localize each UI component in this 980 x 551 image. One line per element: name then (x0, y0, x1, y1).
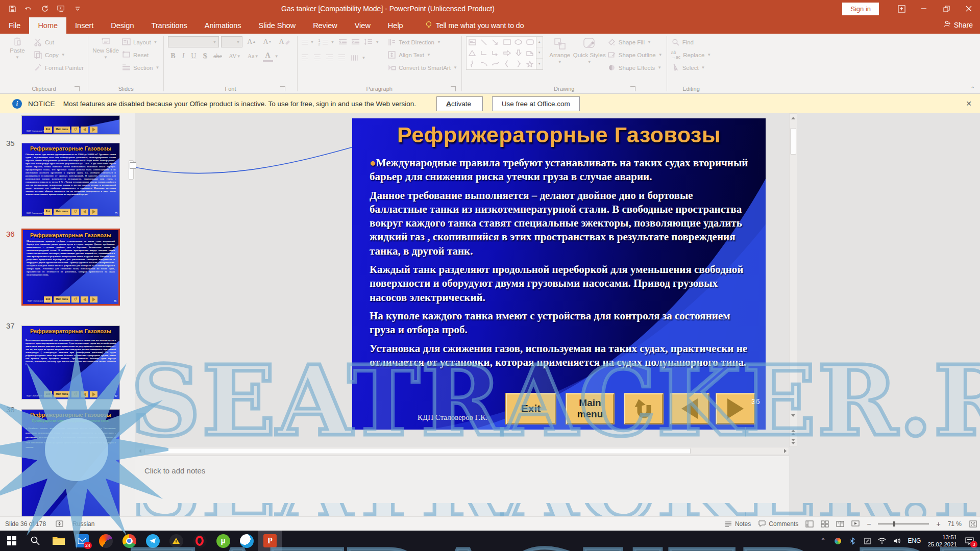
next-slide-button[interactable] (791, 439, 795, 444)
format-painter-button[interactable]: Format Painter (34, 62, 84, 73)
shape-fill-button[interactable]: Shape Fill▼ (607, 36, 663, 48)
numbering-button[interactable]: 12▼ (318, 36, 335, 48)
underline-button[interactable]: U (188, 51, 199, 62)
layout-button[interactable]: Layout▼ (122, 36, 159, 48)
cut-button[interactable]: Cut (34, 36, 84, 48)
color-app-tray-icon[interactable] (834, 537, 842, 545)
shapes-gallery-scrollbar[interactable]: ▲▼▼ (536, 36, 543, 70)
tab-design[interactable]: Design (102, 17, 142, 34)
tab-review[interactable]: Review (304, 17, 346, 34)
notes-placeholder[interactable]: Click to add notes (144, 466, 205, 475)
slide-previous-button[interactable] (670, 393, 709, 424)
messenger-app-icon[interactable] (235, 531, 258, 551)
font-dialog-launcher[interactable] (280, 86, 285, 91)
shape-elbow-arrow-icon[interactable] (492, 50, 499, 56)
increase-font-size-button[interactable]: A▲ (244, 36, 258, 47)
file-explorer-icon[interactable] (47, 531, 70, 551)
ribbon-display-options-icon[interactable] (890, 0, 913, 17)
slide-show-view-icon[interactable] (851, 520, 860, 528)
normal-view-icon[interactable] (805, 520, 814, 528)
vertical-scrollbar-thumb[interactable] (790, 128, 796, 155)
tab-insert[interactable]: Insert (66, 17, 102, 34)
slide-next-button[interactable] (716, 393, 755, 424)
opera-browser-icon[interactable] (188, 531, 211, 551)
strikethrough-button[interactable]: abc (211, 51, 225, 62)
clear-formatting-button[interactable]: A (276, 36, 292, 47)
increase-indent-button[interactable] (351, 36, 360, 48)
new-slide-button[interactable]: New Slide▼ (92, 36, 119, 83)
start-button[interactable] (0, 531, 23, 551)
align-text-button[interactable]: Align Text▼ (387, 49, 457, 61)
tab-slide-show[interactable]: Slide Show (250, 17, 305, 34)
collapse-ribbon-icon[interactable]: ⌃ (971, 86, 975, 91)
arrange-button[interactable]: Arrange▼ (546, 36, 574, 83)
character-spacing-button[interactable]: AV▼ (226, 51, 243, 62)
pen-tray-icon[interactable] (863, 537, 871, 545)
zoom-out-icon[interactable]: − (867, 520, 871, 528)
notes-pane[interactable]: Click to add notes (135, 456, 789, 516)
bluetooth-icon[interactable] (848, 537, 856, 545)
curve-shape[interactable] (128, 138, 357, 189)
font-size-combobox[interactable]: ▼ (221, 36, 242, 47)
accessibility-checker-icon[interactable] (55, 520, 63, 528)
thumbnail-slide-36-selected[interactable]: Рефрижераторные Газовозы Международные п… (21, 229, 120, 306)
volume-icon[interactable] (893, 537, 901, 545)
justify-button[interactable] (338, 55, 345, 62)
shapes-gallery[interactable] (466, 36, 536, 70)
shape-right-arrow-icon[interactable] (503, 50, 511, 56)
zoom-level[interactable]: 71 % (948, 520, 962, 528)
share-button[interactable]: Share (944, 20, 973, 29)
minimize-button[interactable] (913, 0, 935, 17)
font-color-button[interactable]: A (263, 51, 273, 62)
zoom-in-icon[interactable]: + (936, 520, 940, 528)
language-tray-indicator[interactable]: ENG (908, 537, 921, 544)
undo-icon[interactable] (24, 5, 33, 13)
decrease-font-size-button[interactable]: A▼ (260, 36, 274, 47)
paste-button[interactable]: Paste▼ (4, 36, 31, 83)
tell-me-box[interactable]: Tell me what you want to do (425, 17, 524, 34)
shape-selection-handle[interactable] (130, 162, 136, 169)
thumbnail-slide-37[interactable]: Рефрижераторные Газовозы Весь сконденсир… (21, 325, 120, 399)
shape-triangle-icon[interactable] (469, 50, 476, 56)
slide-body[interactable]: ●Международные правила требуют устанавли… (370, 156, 752, 374)
align-left-button[interactable] (302, 55, 308, 62)
reading-view-icon[interactable] (836, 520, 844, 528)
tab-view[interactable]: View (346, 17, 379, 34)
shape-effects-button[interactable]: Shape Effects▼ (607, 62, 663, 73)
slide-return-button[interactable] (624, 393, 664, 424)
tab-file[interactable]: File (0, 17, 29, 34)
zoom-slider[interactable] (878, 523, 929, 524)
show-hidden-icons-chevron[interactable]: ⌃ (819, 537, 827, 545)
clipboard-dialog-launcher[interactable] (75, 86, 80, 91)
powerpoint-taskbar-icon[interactable]: P (258, 531, 282, 551)
shape-snip-corner-icon[interactable] (526, 50, 533, 56)
line-spacing-button[interactable]: ▼ (364, 36, 379, 48)
slide-title[interactable]: Рефрижераторные Газовозы (352, 122, 766, 147)
shape-down-arrow-icon[interactable] (516, 49, 522, 56)
previous-slide-button[interactable] (791, 430, 795, 435)
tab-transitions[interactable]: Transitions (142, 17, 195, 34)
fit-to-window-icon[interactable] (969, 520, 977, 528)
scroll-right-icon[interactable] (781, 447, 789, 455)
zoom-slider-thumb[interactable] (893, 521, 895, 527)
shape-arrow-icon[interactable] (492, 39, 499, 46)
language-indicator[interactable]: Russian (72, 520, 94, 528)
bullets-button[interactable]: ▼ (302, 36, 314, 48)
convert-to-smartart-button[interactable]: Convert to SmartArt▼ (387, 62, 457, 73)
tray-clock[interactable]: 13:5125.02.2021 (927, 534, 957, 548)
slide-sorter-view-icon[interactable] (821, 520, 829, 528)
thumbnail-slide-34-partial[interactable]: Exit Main menu ↺ КДП Сталоверов Г.К. (21, 115, 120, 135)
customize-qat-icon[interactable] (74, 5, 82, 13)
text-direction-button[interactable]: Text Direction▼ (387, 36, 457, 48)
shape-rectangle-icon[interactable] (503, 39, 511, 45)
shape-oval-icon[interactable] (514, 39, 522, 45)
reset-button[interactable]: Reset (122, 49, 159, 61)
shape-rounded-rectangle-icon[interactable] (526, 39, 534, 45)
utorrent-icon[interactable]: µ (211, 531, 235, 551)
text-shadow-button[interactable]: S (200, 51, 209, 62)
decrease-indent-button[interactable] (338, 36, 347, 48)
action-center-icon[interactable]: 3 (964, 535, 975, 546)
telegram-icon[interactable] (141, 531, 164, 551)
select-button[interactable]: Select▼ (671, 62, 712, 73)
scroll-left-icon[interactable] (136, 447, 143, 455)
